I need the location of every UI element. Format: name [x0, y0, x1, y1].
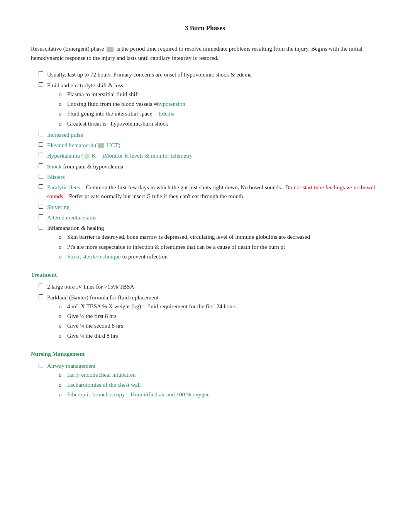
list-item: Usually, last up to 72 hours. Primary co… [39, 70, 379, 79]
o-bullet: o [59, 100, 67, 109]
sub-item-text: Greatest threat is hypovolemic/burn shoc… [67, 119, 168, 128]
sub-item-text: Loosing fluid from the blood vessels =hy… [67, 100, 185, 109]
list-item: 2 large bore IV lines for >15% TBSA [39, 282, 379, 291]
highlight-box [107, 47, 114, 52]
sub-list-item: o Strict, sterile technique to prevent i… [59, 252, 379, 261]
list-item: Shock from pain & hypovolemia [39, 162, 379, 171]
item-text: Blisters [47, 173, 379, 182]
item-text: Elevated hematocrit ( HCT) [47, 141, 379, 150]
sub-list-item: o Skin barrier is destroyed, bone marrow… [59, 233, 379, 241]
intro-text: Resuscitative (Emergent) phase [31, 46, 104, 52]
bullet-icon [39, 225, 43, 229]
colored-text: Paralytic ileus [47, 184, 80, 190]
item-text: Hyperkalemia ( K + )Monitor K levels & m… [47, 151, 379, 160]
list-item: Paralytic ileus – Common the first few d… [39, 183, 379, 201]
bullet-icon [39, 82, 43, 87]
sub-list-item: o Escharotomies of the chest wall [59, 381, 379, 389]
item-text: 2 large bore IV lines for >15% TBSA [47, 282, 379, 291]
bullet-icon [39, 163, 43, 168]
o-bullet: o [59, 321, 67, 330]
o-bullet: o [59, 233, 67, 241]
sub-item-text: Give ½ the first 8 hrs [67, 312, 116, 321]
bullet-icon [39, 71, 43, 76]
item-text: Fluid and electrolyte shift & loss o Pla… [47, 81, 379, 129]
list-item: Shivering [39, 203, 379, 212]
o-bullet: o [59, 331, 67, 340]
sub-list-item: o Pt's are more suspectable to infection… [59, 243, 379, 252]
item-text: Increased pulse [47, 131, 379, 139]
sub-list: o Skin barrier is destroyed, bone marrow… [59, 233, 379, 261]
bullet-icon [39, 132, 43, 136]
o-bullet: o [59, 371, 67, 379]
sub-list-item: o 4 mL X TBSA % X weight (kg) = fluid re… [59, 302, 379, 311]
bullet-icon [39, 294, 43, 299]
sub-item-text: 4 mL X TBSA % X weight (kg) = fluid requ… [67, 302, 237, 311]
sub-list-item: o Give ¼ the second 8 hrs [59, 321, 379, 330]
bullet-icon [39, 284, 43, 288]
highlight-box-sm [98, 143, 104, 148]
sub-list-item: o Loosing fluid from the blood vessels =… [59, 100, 379, 109]
sub-item-text: Give ¼ the second 8 hrs [67, 321, 123, 330]
o-bullet: o [59, 243, 67, 252]
sub-item-text: Skin barrier is destroyed, bone marrow i… [67, 233, 310, 241]
sub-item-text: Fiberoptic bronchoscopy – Humidified air… [67, 390, 210, 399]
o-bullet: o [59, 390, 67, 399]
o-bullet: o [59, 302, 67, 311]
colored-text: hypotension [157, 101, 185, 107]
list-item: Increased pulse [39, 131, 379, 139]
intro-paragraph: Resuscitative (Emergent) phase is the pe… [31, 44, 379, 63]
list-item: Elevated hematocrit ( HCT) [39, 141, 379, 150]
treatment-heading: Treatment [31, 270, 379, 279]
item-text: Usually, last up to 72 hours. Primary co… [47, 70, 379, 79]
colored-text: K + )Monitor K levels & monitor telemetr… [90, 153, 193, 159]
bullet-icon [39, 174, 43, 178]
sub-list-item: o Give ¼ the third 8 hrs [59, 331, 379, 340]
sub-item-text: Escharotomies of the chest wall [67, 381, 141, 389]
item-text: Shock from pain & hypovolemia [47, 162, 379, 171]
nursing-heading: Nursing Management [31, 350, 379, 359]
list-item: Inflamanation & healing o Skin barrier i… [39, 224, 379, 262]
bullet-icon [39, 204, 43, 209]
sub-list: o 4 mL X TBSA % X weight (kg) = fluid re… [59, 302, 379, 340]
item-text: Paralytic ileus – Common the first few d… [47, 183, 379, 201]
colored-text: Hyperkalemia ( [47, 153, 83, 159]
sub-list-item: o Plasma to interstitial fluid shift [59, 90, 379, 99]
nursing-list: Airway management o Early endotracheal i… [39, 362, 379, 400]
item-text: Airway management o Early endotracheal i… [47, 362, 379, 400]
sub-list-item: o Fluid going into the interstitial spac… [59, 109, 379, 118]
sub-item-text: Plasma to interstitial fluid shift [67, 90, 139, 99]
colored-text: Shock [47, 163, 62, 170]
o-bullet: o [59, 109, 67, 118]
sub-list: o Plasma to interstitial fluid shift o L… [59, 90, 379, 128]
sub-list: o Early endotracheal intubation o Eschar… [59, 371, 379, 399]
sub-item-text: Fluid going into the interstitial space … [67, 109, 175, 118]
list-item: Hyperkalemia ( K + )Monitor K levels & m… [39, 151, 379, 160]
colored-text: Do not start tube feedings w/ no bowel s… [47, 184, 375, 199]
sub-list-item: o Early endotracheal intubation [59, 371, 379, 379]
treatment-list: 2 large bore IV lines for >15% TBSA Park… [39, 282, 379, 341]
list-item: Fluid and electrolyte shift & loss o Pla… [39, 81, 379, 129]
sub-item-text: Pt's are more suspectable to infection &… [67, 243, 285, 252]
bullet-icon [39, 153, 43, 157]
bullet-icon [39, 142, 43, 147]
main-list: Usually, last up to 72 hours. Primary co… [39, 70, 379, 262]
item-text: Inflamanation & healing o Skin barrier i… [47, 224, 379, 262]
airway-label: Airway management [47, 363, 95, 369]
item-text: Shivering [47, 203, 379, 212]
sub-item-text: Give ¼ the third 8 hrs [67, 331, 118, 340]
colored-text: Strict, sterile technique [67, 253, 121, 260]
sub-list-item: o Fiberoptic bronchoscopy – Humidified a… [59, 390, 379, 399]
o-bullet: o [59, 381, 67, 389]
page-title: 3 Burn Phases [31, 23, 379, 33]
item-text: Altered mental status [47, 213, 379, 222]
o-bullet: o [59, 252, 67, 261]
sub-list-item: o Greatest threat is hypovolemic/burn sh… [59, 119, 379, 128]
item-text: Parkland (Baxter) formula for fluid repl… [47, 293, 379, 341]
list-item: Parkland (Baxter) formula for fluid repl… [39, 293, 379, 341]
sub-list-item: o Give ½ the first 8 hrs [59, 312, 379, 321]
o-bullet: o [59, 119, 67, 128]
colored-text: HCT) [105, 142, 120, 148]
o-bullet: o [59, 312, 67, 321]
colored-text: Edema [158, 110, 175, 117]
sub-item-text: Strict, sterile technique to prevent inf… [67, 252, 168, 261]
